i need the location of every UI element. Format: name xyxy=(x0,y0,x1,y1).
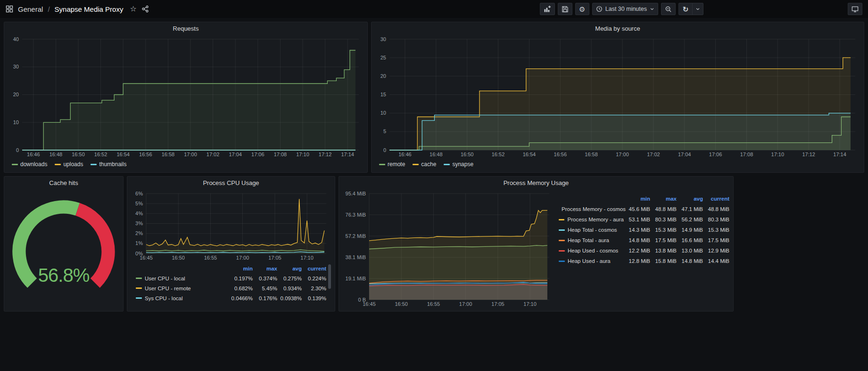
series-color-swatch xyxy=(136,278,142,279)
cpu-chart[interactable]: 0%1%2%3%4%5%6%16:4516:5016:5517:0017:051… xyxy=(131,190,331,261)
svg-text:10: 10 xyxy=(13,119,19,125)
svg-text:17:10: 17:10 xyxy=(300,255,314,261)
panel-title-cache-hits[interactable]: Cache hits xyxy=(8,177,119,190)
legend-value: 56.2 MiB xyxy=(677,217,703,222)
svg-text:17:14: 17:14 xyxy=(341,152,354,157)
svg-text:17:10: 17:10 xyxy=(523,301,537,307)
legend-value: 14.3 MiB xyxy=(624,227,650,233)
series-color-swatch xyxy=(91,164,97,165)
panel-title-cpu[interactable]: Process CPU Usage xyxy=(131,177,331,190)
legend-sort-max[interactable]: max xyxy=(650,196,677,202)
series-label[interactable]: User CPU - remote xyxy=(145,286,191,291)
series-label[interactable]: Heap Total - cosmos xyxy=(568,227,617,233)
series-label[interactable]: Heap Total - aura xyxy=(568,237,609,243)
legend-value: 0.139% xyxy=(302,295,326,301)
legend-sort-current[interactable]: current xyxy=(703,196,729,202)
series-label[interactable]: Sys CPU - local xyxy=(145,295,183,301)
refresh-button[interactable]: ↻ xyxy=(678,3,693,15)
legend-scrollbar-thumb[interactable] xyxy=(328,264,331,289)
media-chart[interactable]: 05101520253016:4616:4816:5016:5216:5416:… xyxy=(375,35,860,158)
svg-text:1%: 1% xyxy=(135,240,143,246)
legend-sort-min[interactable]: min xyxy=(624,196,650,202)
svg-text:16:58: 16:58 xyxy=(162,152,175,157)
dashboards-grid-icon[interactable] xyxy=(6,5,13,13)
legend-sort-avg[interactable]: avg xyxy=(677,196,703,202)
legend-value: 0.682% xyxy=(228,286,253,291)
svg-text:6%: 6% xyxy=(135,191,143,196)
time-range-picker[interactable]: Last 30 minutes xyxy=(592,3,658,15)
legend-item-cache[interactable]: cache xyxy=(413,161,436,168)
series-label[interactable]: Process Memory - cosmos xyxy=(562,206,626,212)
svg-text:17:02: 17:02 xyxy=(207,152,220,157)
svg-text:16:52: 16:52 xyxy=(94,152,107,157)
requests-chart[interactable]: 01020304016:4616:4816:5016:5216:5416:561… xyxy=(8,35,364,158)
svg-text:4%: 4% xyxy=(135,211,143,216)
panel-title-requests[interactable]: Requests xyxy=(8,22,364,35)
svg-text:16:45: 16:45 xyxy=(363,301,376,307)
zoom-out-time-button[interactable] xyxy=(661,3,676,15)
dashboard-canvas: Requests 01020304016:4616:4816:5016:5216… xyxy=(0,18,868,315)
panel-requests: Requests 01020304016:4616:4816:5016:5216… xyxy=(4,22,368,173)
legend-value: 15.3 MiB xyxy=(650,227,677,233)
star-icon[interactable]: ☆ xyxy=(130,5,136,13)
legend-sort-current[interactable]: current xyxy=(302,266,326,271)
legend-sort-avg[interactable]: avg xyxy=(277,266,302,271)
legend-row: User CPU - local0.197%0.374%0.275%0.224% xyxy=(131,273,326,283)
dashboard-title[interactable]: Synapse Media Proxy xyxy=(55,5,124,13)
legend-item-uploads[interactable]: uploads xyxy=(55,161,83,168)
add-panel-button[interactable] xyxy=(540,3,555,15)
series-label[interactable]: Heap Used - cosmos xyxy=(568,248,618,253)
cache-hits-gauge: 56.8% xyxy=(8,190,119,309)
series-color-swatch xyxy=(559,219,564,220)
legend-sort-max[interactable]: max xyxy=(253,266,277,271)
svg-text:17:00: 17:00 xyxy=(184,152,197,157)
legend-sort-min[interactable]: min xyxy=(228,266,253,271)
save-dashboard-button[interactable] xyxy=(558,3,572,15)
panel-title-memory[interactable]: Process Memory Usage xyxy=(343,177,729,190)
refresh-interval-caret[interactable] xyxy=(692,3,703,15)
chevron-down-icon xyxy=(650,7,654,11)
legend-row: Heap Used - aura12.8 MiB15.8 MiB14.8 MiB… xyxy=(554,256,729,266)
series-color-swatch xyxy=(559,261,565,262)
svg-text:17:12: 17:12 xyxy=(319,152,332,157)
dashboard-settings-button[interactable]: ⚙ xyxy=(575,3,589,15)
svg-text:20: 20 xyxy=(13,92,19,97)
svg-text:16:45: 16:45 xyxy=(140,255,153,261)
cycle-view-button[interactable] xyxy=(848,3,862,15)
series-label: uploads xyxy=(63,161,83,168)
dashboard-row-2: Cache hits 56.8% Process CPU Usage 0%1%2… xyxy=(4,176,864,312)
legend-value: 48.8 MiB xyxy=(650,206,677,212)
svg-text:17:04: 17:04 xyxy=(229,152,242,157)
clock-icon xyxy=(596,6,603,12)
series-label[interactable]: Process Memory - aura xyxy=(567,217,624,222)
chevron-down-icon xyxy=(695,7,700,11)
breadcrumb-separator: / xyxy=(48,5,50,13)
svg-text:17:12: 17:12 xyxy=(802,152,815,157)
legend-value: 15.3 MiB xyxy=(703,227,729,233)
legend-item-remote[interactable]: remote xyxy=(379,161,405,168)
memory-chart[interactable]: 0 B19.1 MiB38.1 MiB57.2 MiB76.3 MiB95.4 … xyxy=(343,190,554,308)
panel-media-by-source: Media by source 05101520253016:4616:4816… xyxy=(371,22,864,173)
series-label: synapse xyxy=(452,161,473,168)
legend-item-downloads[interactable]: downloads xyxy=(12,161,47,168)
legend-value: 47.1 MiB xyxy=(677,206,703,212)
breadcrumb-folder[interactable]: General xyxy=(18,5,43,13)
legend-item-synapse[interactable]: synapse xyxy=(444,161,473,168)
legend-row: Process Memory - aura53.1 MiB80.3 MiB56.… xyxy=(554,214,729,225)
series-color-swatch xyxy=(559,250,565,252)
svg-text:17:14: 17:14 xyxy=(833,152,846,157)
series-label[interactable]: Heap Used - aura xyxy=(568,258,611,264)
panel-title-media[interactable]: Media by source xyxy=(375,22,860,35)
legend-scrollbar[interactable] xyxy=(328,263,331,309)
svg-text:17:02: 17:02 xyxy=(647,152,660,157)
svg-text:3%: 3% xyxy=(135,220,143,226)
legend-value: 45.6 MiB xyxy=(624,206,650,212)
series-color-swatch xyxy=(559,229,565,231)
series-label[interactable]: User CPU - local xyxy=(145,276,185,281)
legend-value: 16.6 MiB xyxy=(677,237,703,243)
share-icon[interactable] xyxy=(141,5,149,13)
legend-item-thumbnails[interactable]: thumbnails xyxy=(91,161,126,168)
svg-text:16:48: 16:48 xyxy=(430,152,443,157)
legend-value: 14.4 MiB xyxy=(703,258,729,264)
svg-text:16:50: 16:50 xyxy=(461,152,474,157)
